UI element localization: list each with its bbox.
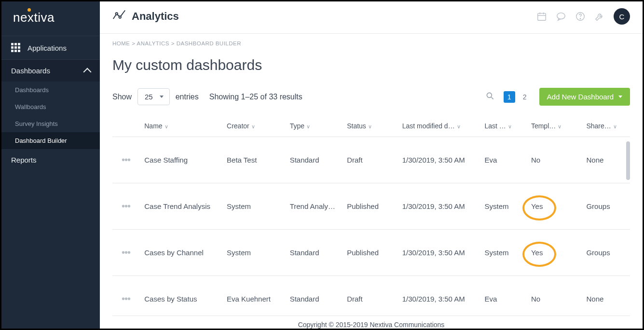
svg-point-0 [116, 13, 118, 14]
header-left: Analytics [112, 9, 179, 24]
sidebar-item-dashboard-builder[interactable]: Dashboard Builder [1, 132, 100, 149]
page-2-button[interactable]: 2 [519, 91, 531, 103]
row-actions-icon[interactable]: ••• [122, 154, 130, 165]
svg-line-10 [491, 97, 493, 99]
calendar-icon[interactable] [536, 11, 547, 22]
cell-shared: Groups [581, 230, 630, 276]
svg-rect-2 [538, 14, 546, 21]
column-name[interactable]: Name∨ [139, 115, 222, 137]
logo-text: nextiva [13, 10, 55, 25]
table-row[interactable]: •••Case Trend AnalysisSystemTrend Analy…… [112, 183, 630, 230]
chevron-up-icon [83, 68, 92, 76]
column-modby[interactable]: Last …∨ [480, 115, 526, 137]
help-icon[interactable] [575, 11, 586, 22]
column-type[interactable]: Type∨ [285, 115, 343, 137]
sort-icon: ∨ [558, 124, 562, 130]
sidebar-section-dashboards[interactable]: Dashboards [1, 60, 100, 82]
sidebar-item-wallboards[interactable]: Wallboards [1, 98, 100, 115]
column-status[interactable]: Status∨ [342, 115, 397, 137]
page-1-button[interactable]: 1 [504, 91, 515, 103]
cell-modby: System [480, 183, 526, 230]
table-row[interactable]: •••Case StaffingBeta TestStandardDraft1/… [112, 137, 630, 183]
chat-icon[interactable] [556, 11, 566, 22]
svg-point-9 [487, 93, 492, 97]
sidebar-item-dashboards[interactable]: Dashboards [1, 82, 100, 98]
cell-type: Standard [285, 230, 343, 276]
cell-template: No [526, 276, 582, 316]
sort-icon: ∨ [306, 124, 310, 130]
add-new-dashboard-button[interactable]: Add New Dashboard [539, 88, 630, 106]
sort-icon: ∨ [368, 124, 372, 130]
cell-type: Standard [285, 137, 343, 183]
table-row[interactable]: •••Cases by StatusEva KuehnertStandardDr… [112, 276, 630, 316]
cell-name: Case Staffing [139, 137, 222, 183]
dashboards-section-label: Dashboards [11, 67, 50, 75]
vertical-scrollbar[interactable] [626, 141, 630, 180]
sort-icon: ∨ [164, 124, 168, 130]
entries-select[interactable]: 25 [137, 88, 170, 105]
footer-copyright: Copyright © 2015-2019 Nextiva Communicat… [112, 316, 630, 329]
header-title: Analytics [132, 10, 179, 23]
cell-creator: System [222, 230, 285, 276]
column-shared[interactable]: Share…∨ [581, 115, 630, 137]
header: Analytics C [100, 1, 643, 34]
main-content: Analytics C HOME > ANALYTICS > DASHBOARD… [100, 1, 643, 329]
content-area: HOME > ANALYTICS > DASHBOARD BUILDER My … [100, 34, 643, 329]
cell-status: Draft [342, 137, 397, 183]
logo: nextiva [1, 1, 100, 36]
row-actions-icon[interactable]: ••• [122, 247, 130, 258]
cell-modby: Eva [480, 137, 526, 183]
row-actions-icon[interactable]: ••• [122, 201, 130, 211]
showing-text: Showing 1–25 of 33 results [209, 93, 302, 101]
cell-creator: Eva Kuehnert [222, 276, 285, 316]
cell-creator: System [222, 183, 285, 230]
cell-type: Trend Analy… [285, 183, 343, 230]
controls-left: Show 25 entries Showing 1–25 of 33 resul… [112, 88, 302, 105]
cell-type: Standard [285, 276, 343, 316]
applications-label: Applications [27, 44, 67, 52]
breadcrumb-analytics[interactable]: ANALYTICS [137, 41, 169, 46]
breadcrumb-builder: DASHBOARD BUILDER [177, 41, 241, 46]
svg-point-8 [580, 18, 580, 19]
cell-status: Draft [342, 276, 397, 316]
svg-point-6 [557, 13, 565, 19]
column-template[interactable]: Templ…∨ [526, 115, 582, 137]
controls-bar: Show 25 entries Showing 1–25 of 33 resul… [112, 88, 630, 106]
dashboards-table: Name∨ Creator∨ Type∨ Status∨ Last modifi… [112, 115, 630, 316]
cell-modified: 1/30/2019, 3:50 AM [397, 137, 480, 183]
cell-template: No [526, 137, 582, 183]
entries-label: entries [176, 93, 199, 101]
sidebar-item-survey-insights[interactable]: Survey Insights [1, 115, 100, 132]
header-right: C [536, 8, 630, 25]
user-avatar[interactable]: C [614, 8, 630, 25]
table-wrap: Name∨ Creator∨ Type∨ Status∨ Last modifi… [112, 115, 630, 316]
cell-name: Case Trend Analysis [139, 183, 222, 230]
row-actions-icon[interactable]: ••• [122, 293, 130, 304]
cell-status: Published [342, 183, 397, 230]
search-icon[interactable] [485, 91, 495, 103]
cell-modified: 1/30/2019, 3:50 AM [397, 276, 480, 316]
page-title: My custom dashboards [112, 57, 630, 73]
show-label: Show [112, 93, 132, 101]
breadcrumb-home[interactable]: HOME [112, 41, 130, 46]
cell-name: Cases by Status [139, 276, 222, 316]
reports-label: Reports [11, 156, 37, 164]
column-modified[interactable]: Last modified d…∨ [397, 115, 480, 137]
cell-shared: None [581, 276, 630, 316]
column-creator[interactable]: Creator∨ [222, 115, 285, 137]
cell-modified: 1/30/2019, 3:50 AM [397, 230, 480, 276]
sidebar: nextiva Applications Dashboards Dashboar… [1, 1, 100, 329]
sort-icon: ∨ [508, 124, 512, 130]
settings-wrench-icon[interactable] [594, 11, 605, 22]
sidebar-item-reports[interactable]: Reports [1, 149, 100, 171]
table-row[interactable]: •••Cases by ChannelSystemStandardPublish… [112, 230, 630, 276]
sort-icon: ∨ [457, 124, 461, 130]
sort-icon: ∨ [251, 124, 255, 130]
cell-modby: System [480, 230, 526, 276]
sort-icon: ∨ [613, 124, 617, 130]
controls-right: 1 2 Add New Dashboard [485, 88, 630, 106]
sidebar-item-applications[interactable]: Applications [1, 36, 100, 60]
cell-modby: Eva [480, 276, 526, 316]
analytics-icon [112, 9, 126, 24]
logo-dot-icon [27, 8, 31, 12]
